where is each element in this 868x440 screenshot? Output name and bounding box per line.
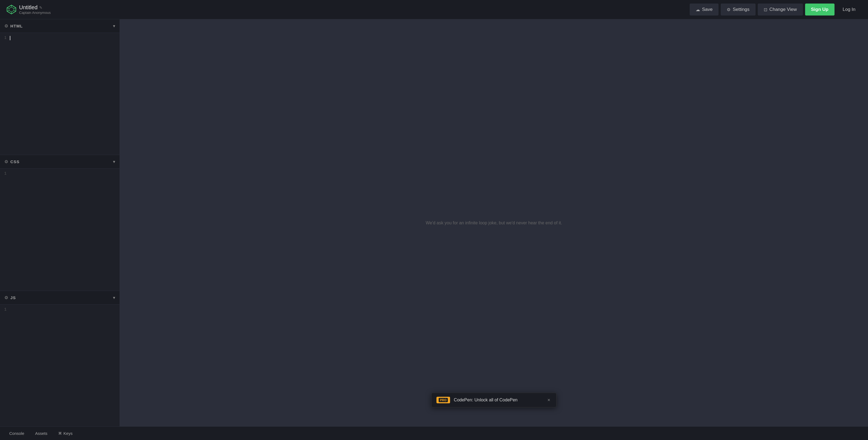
js-label: JS bbox=[10, 295, 16, 300]
console-tab[interactable]: Console bbox=[4, 429, 29, 438]
toast-pro-badge: PRO bbox=[436, 397, 450, 403]
html-editor-section: ⚙ HTML ▾ 1 bbox=[0, 19, 120, 155]
css-editor-body[interactable]: 1 bbox=[0, 169, 120, 291]
pen-owner: Captain Anonymous bbox=[19, 11, 51, 15]
save-button[interactable]: ☁ Save bbox=[690, 4, 719, 15]
topbar-actions: ☁ Save ⚙ Settings ⊡ Change View Sign Up … bbox=[690, 4, 862, 15]
svg-marker-1 bbox=[9, 7, 14, 12]
js-line-num-1: 1 bbox=[0, 307, 10, 312]
main-area: ⚙ HTML ▾ 1 ⚙ CSS ▾ bbox=[0, 19, 868, 427]
html-line-1: 1 bbox=[0, 35, 117, 41]
html-line-num-1: 1 bbox=[0, 36, 10, 40]
css-header-left: ⚙ CSS bbox=[4, 159, 20, 164]
pencil-icon: ✎ bbox=[39, 5, 42, 10]
pen-title-area: Untitled ✎ Captain Anonymous bbox=[19, 4, 51, 15]
keys-tab[interactable]: ⌘ Keys bbox=[53, 429, 77, 438]
html-label: HTML bbox=[10, 24, 23, 28]
login-button[interactable]: Log In bbox=[837, 4, 862, 15]
logo-area: Untitled ✎ Captain Anonymous bbox=[6, 4, 686, 15]
css-line-1: 1 bbox=[0, 171, 117, 176]
signup-button[interactable]: Sign Up bbox=[805, 4, 835, 15]
css-label: CSS bbox=[10, 159, 20, 164]
preview-joke-text: We'd ask you for an infinite loop joke, … bbox=[426, 221, 562, 226]
settings-icon: ⚙ bbox=[727, 7, 731, 12]
topbar: Untitled ✎ Captain Anonymous ☁ Save ⚙ Se… bbox=[0, 0, 868, 19]
toast-notification: PRO CodePen: Unlock all of CodePen × bbox=[431, 393, 557, 407]
js-editor-body[interactable]: 1 bbox=[0, 305, 120, 427]
html-editor-body[interactable]: 1 bbox=[0, 33, 120, 155]
pen-name-text: Untitled bbox=[19, 4, 38, 11]
html-chevron-icon[interactable]: ▾ bbox=[113, 23, 115, 29]
codepen-logo bbox=[6, 5, 16, 14]
pro-icon-text: PRO bbox=[439, 398, 448, 402]
js-gear-icon[interactable]: ⚙ bbox=[4, 295, 8, 300]
html-cursor bbox=[10, 36, 10, 40]
toast-message: CodePen: Unlock all of CodePen bbox=[454, 398, 542, 403]
css-gear-icon[interactable]: ⚙ bbox=[4, 159, 8, 164]
bottom-bar: Console Assets ⌘ Keys bbox=[0, 427, 868, 440]
preview-panel: We'd ask you for an infinite loop joke, … bbox=[120, 19, 868, 427]
js-line-1: 1 bbox=[0, 307, 117, 312]
editors-panel: ⚙ HTML ▾ 1 ⚙ CSS ▾ bbox=[0, 19, 120, 427]
settings-button[interactable]: ⚙ Settings bbox=[721, 4, 755, 15]
html-header-left: ⚙ HTML bbox=[4, 23, 23, 29]
html-gear-icon[interactable]: ⚙ bbox=[4, 23, 8, 29]
css-editor-section: ⚙ CSS ▾ 1 bbox=[0, 155, 120, 291]
js-editor-header: ⚙ JS ▾ bbox=[0, 291, 120, 305]
assets-tab[interactable]: Assets bbox=[30, 429, 52, 438]
toast-close-button[interactable]: × bbox=[546, 397, 551, 403]
js-header-left: ⚙ JS bbox=[4, 295, 16, 300]
css-editor-header: ⚙ CSS ▾ bbox=[0, 155, 120, 169]
change-view-button[interactable]: ⊡ Change View bbox=[758, 4, 803, 15]
kbd-icon: ⌘ bbox=[58, 431, 62, 435]
css-line-num-1: 1 bbox=[0, 171, 10, 176]
js-editor-section: ⚙ JS ▾ 1 bbox=[0, 291, 120, 427]
pen-title: Untitled ✎ bbox=[19, 4, 51, 11]
save-icon: ☁ bbox=[696, 7, 700, 12]
css-chevron-icon[interactable]: ▾ bbox=[113, 159, 115, 164]
html-editor-header: ⚙ HTML ▾ bbox=[0, 19, 120, 33]
change-view-icon: ⊡ bbox=[764, 7, 767, 12]
js-chevron-icon[interactable]: ▾ bbox=[113, 295, 115, 300]
